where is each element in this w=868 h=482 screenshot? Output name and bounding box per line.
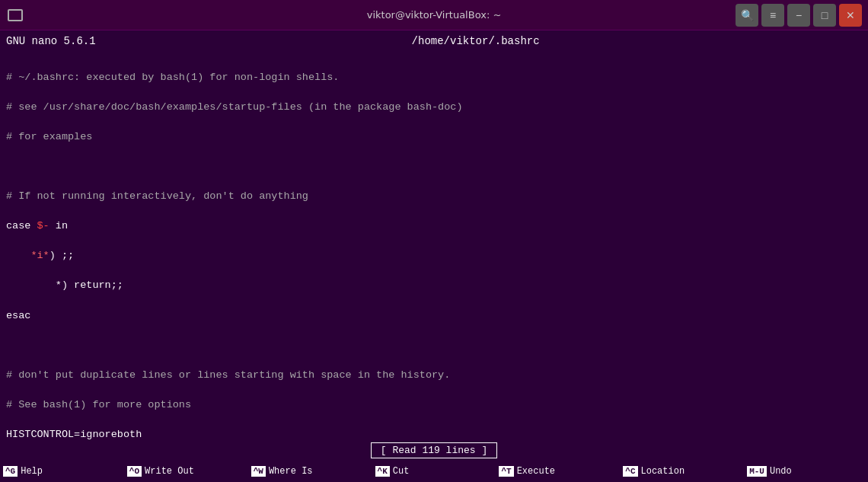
shortcut-key-execute: ^T xyxy=(499,466,513,477)
line-3: # for examples xyxy=(6,129,862,145)
line-4 xyxy=(6,159,862,174)
nano-header: GNU nano 5.6.1 /home/viktor/.bashrc xyxy=(0,30,868,52)
terminal-icon xyxy=(6,6,24,24)
shortcut-label-help: Help xyxy=(21,466,43,477)
shortcut-label-location: Location xyxy=(641,466,685,477)
shortcut-location[interactable]: ^C Location xyxy=(620,466,744,477)
nano-filename: /home/viktor/.bashrc xyxy=(412,35,540,47)
nano-version: GNU nano 5.6.1 xyxy=(6,35,96,47)
shortcut-key-write: ^O xyxy=(127,466,142,477)
title-bar-controls: 🔍 ≡ − □ ✕ xyxy=(736,4,862,27)
shortcut-key-cut: ^K xyxy=(375,466,390,477)
shortcut-bar: ^G Help ^O Write Out ^W Where Is ^K Cut … xyxy=(0,461,868,482)
shortcut-key-location: ^C xyxy=(623,466,637,477)
title-bar-left xyxy=(6,6,24,24)
minimize-button[interactable]: − xyxy=(787,4,810,27)
shortcut-whereis[interactable]: ^W Where Is xyxy=(248,466,372,477)
shortcut-label-write: Write Out xyxy=(145,466,194,477)
line-12: # See bash(1) for more options xyxy=(6,397,862,413)
line-8: *) return;; xyxy=(6,278,862,293)
line-6: case $- in xyxy=(6,219,862,234)
shortcut-key-undo: M-U xyxy=(747,466,767,477)
line-11: # don't put duplicate lines or lines sta… xyxy=(6,368,862,383)
line-1: # ~/.bashrc: executed by bash(1) for non… xyxy=(6,70,862,85)
menu-button[interactable]: ≡ xyxy=(761,4,784,27)
maximize-button[interactable]: □ xyxy=(813,4,836,27)
title-bar: viktor@viktor-VirtualBox: ~ 🔍 ≡ − □ ✕ xyxy=(0,0,868,30)
status-message: [ Read 119 lines ] xyxy=(371,442,497,458)
line-13: HISTCONTROL=ignoreboth xyxy=(6,427,862,439)
shortcut-label-whereis: Where Is xyxy=(269,466,313,477)
shortcut-execute[interactable]: ^T Execute xyxy=(496,466,620,477)
shortcut-undo[interactable]: M-U Undo xyxy=(744,466,868,477)
shortcut-label-execute: Execute xyxy=(517,466,555,477)
line-10 xyxy=(6,338,862,353)
shortcut-key-help: ^G xyxy=(3,466,18,477)
status-bar: [ Read 119 lines ] xyxy=(0,439,868,461)
line-9: esac xyxy=(6,308,862,324)
nano-header-right xyxy=(856,35,862,47)
shortcut-help[interactable]: ^G Help xyxy=(0,466,124,477)
window-title: viktor@viktor-VirtualBox: ~ xyxy=(367,9,502,21)
search-button[interactable]: 🔍 xyxy=(736,4,758,27)
shortcut-label-undo: Undo xyxy=(770,466,792,477)
editor-area[interactable]: # ~/.bashrc: executed by bash(1) for non… xyxy=(0,52,868,439)
line-7: *i*) ;; xyxy=(6,248,862,263)
shortcut-cut[interactable]: ^K Cut xyxy=(372,466,496,477)
shortcut-write[interactable]: ^O Write Out xyxy=(124,466,248,477)
shortcut-row-1: ^G Help ^O Write Out ^W Where Is ^K Cut … xyxy=(0,461,868,482)
shortcut-key-whereis: ^W xyxy=(251,466,266,477)
shortcut-label-cut: Cut xyxy=(393,466,410,477)
line-2: # see /usr/share/doc/bash/examples/start… xyxy=(6,100,862,115)
close-button[interactable]: ✕ xyxy=(839,4,862,27)
line-5: # If not running interactively, don't do… xyxy=(6,189,862,204)
